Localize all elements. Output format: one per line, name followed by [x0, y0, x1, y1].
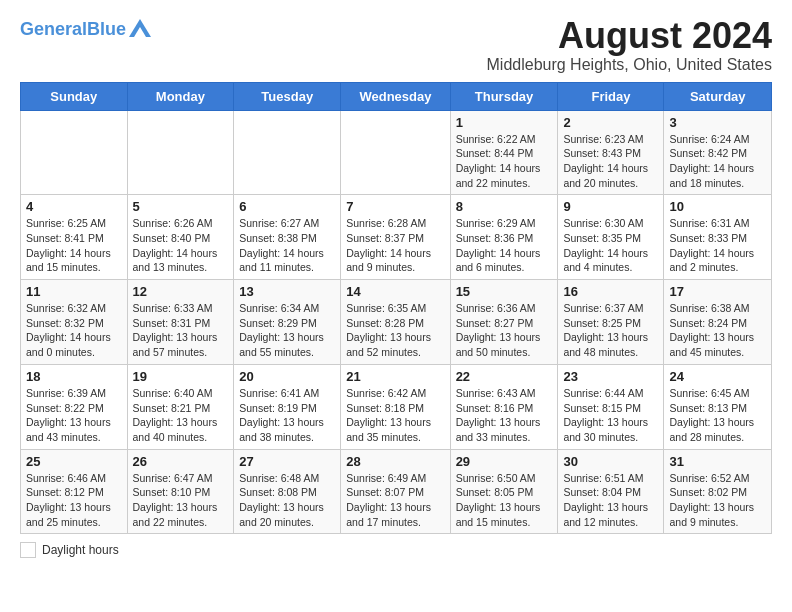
logo-wrapper: GeneralBlue [20, 16, 151, 38]
calendar-cell: 14Sunrise: 6:35 AMSunset: 8:28 PMDayligh… [341, 280, 450, 365]
header-sunday: Sunday [21, 82, 128, 110]
cell-info-text: Sunrise: 6:36 AMSunset: 8:27 PMDaylight:… [456, 301, 553, 360]
cell-info-text: Sunrise: 6:30 AMSunset: 8:35 PMDaylight:… [563, 216, 658, 275]
cell-date-number: 21 [346, 369, 444, 384]
header-thursday: Thursday [450, 82, 558, 110]
calendar-week-4: 18Sunrise: 6:39 AMSunset: 8:22 PMDayligh… [21, 364, 772, 449]
cell-date-number: 8 [456, 199, 553, 214]
cell-info-text: Sunrise: 6:41 AMSunset: 8:19 PMDaylight:… [239, 386, 335, 445]
daylight-label: Daylight hours [42, 543, 119, 557]
calendar-cell: 29Sunrise: 6:50 AMSunset: 8:05 PMDayligh… [450, 449, 558, 534]
cell-date-number: 9 [563, 199, 658, 214]
cell-date-number: 26 [133, 454, 229, 469]
calendar-cell: 3Sunrise: 6:24 AMSunset: 8:42 PMDaylight… [664, 110, 772, 195]
cell-date-number: 1 [456, 115, 553, 130]
cell-info-text: Sunrise: 6:26 AMSunset: 8:40 PMDaylight:… [133, 216, 229, 275]
cell-date-number: 13 [239, 284, 335, 299]
cell-date-number: 6 [239, 199, 335, 214]
calendar-cell [127, 110, 234, 195]
logo-blue: Blue [87, 19, 126, 39]
cell-date-number: 24 [669, 369, 766, 384]
cell-date-number: 5 [133, 199, 229, 214]
calendar-cell [234, 110, 341, 195]
daylight-legend-box [20, 542, 36, 558]
calendar-cell: 24Sunrise: 6:45 AMSunset: 8:13 PMDayligh… [664, 364, 772, 449]
header: GeneralBlue August 2024 Middleburg Heigh… [20, 16, 772, 74]
calendar-cell: 26Sunrise: 6:47 AMSunset: 8:10 PMDayligh… [127, 449, 234, 534]
title-area: August 2024 Middleburg Heights, Ohio, Un… [487, 16, 772, 74]
header-wednesday: Wednesday [341, 82, 450, 110]
cell-date-number: 7 [346, 199, 444, 214]
cell-info-text: Sunrise: 6:34 AMSunset: 8:29 PMDaylight:… [239, 301, 335, 360]
calendar-cell [341, 110, 450, 195]
calendar-cell: 4Sunrise: 6:25 AMSunset: 8:41 PMDaylight… [21, 195, 128, 280]
calendar-table: Sunday Monday Tuesday Wednesday Thursday… [20, 82, 772, 535]
cell-date-number: 17 [669, 284, 766, 299]
calendar-week-3: 11Sunrise: 6:32 AMSunset: 8:32 PMDayligh… [21, 280, 772, 365]
cell-info-text: Sunrise: 6:24 AMSunset: 8:42 PMDaylight:… [669, 132, 766, 191]
cell-info-text: Sunrise: 6:31 AMSunset: 8:33 PMDaylight:… [669, 216, 766, 275]
cell-date-number: 19 [133, 369, 229, 384]
cell-date-number: 27 [239, 454, 335, 469]
header-tuesday: Tuesday [234, 82, 341, 110]
page: GeneralBlue August 2024 Middleburg Heigh… [0, 0, 792, 568]
cell-info-text: Sunrise: 6:29 AMSunset: 8:36 PMDaylight:… [456, 216, 553, 275]
calendar-cell: 1Sunrise: 6:22 AMSunset: 8:44 PMDaylight… [450, 110, 558, 195]
cell-date-number: 15 [456, 284, 553, 299]
cell-info-text: Sunrise: 6:49 AMSunset: 8:07 PMDaylight:… [346, 471, 444, 530]
logo-icon [129, 19, 151, 37]
calendar-cell: 22Sunrise: 6:43 AMSunset: 8:16 PMDayligh… [450, 364, 558, 449]
cell-info-text: Sunrise: 6:52 AMSunset: 8:02 PMDaylight:… [669, 471, 766, 530]
cell-info-text: Sunrise: 6:25 AMSunset: 8:41 PMDaylight:… [26, 216, 122, 275]
cell-info-text: Sunrise: 6:40 AMSunset: 8:21 PMDaylight:… [133, 386, 229, 445]
calendar-cell: 20Sunrise: 6:41 AMSunset: 8:19 PMDayligh… [234, 364, 341, 449]
cell-date-number: 25 [26, 454, 122, 469]
cell-info-text: Sunrise: 6:50 AMSunset: 8:05 PMDaylight:… [456, 471, 553, 530]
calendar-cell: 9Sunrise: 6:30 AMSunset: 8:35 PMDaylight… [558, 195, 664, 280]
calendar-cell: 18Sunrise: 6:39 AMSunset: 8:22 PMDayligh… [21, 364, 128, 449]
cell-date-number: 12 [133, 284, 229, 299]
calendar-cell: 13Sunrise: 6:34 AMSunset: 8:29 PMDayligh… [234, 280, 341, 365]
calendar-cell: 15Sunrise: 6:36 AMSunset: 8:27 PMDayligh… [450, 280, 558, 365]
calendar-cell: 23Sunrise: 6:44 AMSunset: 8:15 PMDayligh… [558, 364, 664, 449]
calendar-cell: 16Sunrise: 6:37 AMSunset: 8:25 PMDayligh… [558, 280, 664, 365]
header-friday: Friday [558, 82, 664, 110]
cell-date-number: 31 [669, 454, 766, 469]
calendar-cell: 17Sunrise: 6:38 AMSunset: 8:24 PMDayligh… [664, 280, 772, 365]
logo-text: GeneralBlue [20, 20, 126, 38]
calendar-cell: 28Sunrise: 6:49 AMSunset: 8:07 PMDayligh… [341, 449, 450, 534]
calendar-cell: 21Sunrise: 6:42 AMSunset: 8:18 PMDayligh… [341, 364, 450, 449]
cell-date-number: 20 [239, 369, 335, 384]
cell-date-number: 29 [456, 454, 553, 469]
cell-date-number: 14 [346, 284, 444, 299]
calendar-cell: 30Sunrise: 6:51 AMSunset: 8:04 PMDayligh… [558, 449, 664, 534]
calendar-cell: 27Sunrise: 6:48 AMSunset: 8:08 PMDayligh… [234, 449, 341, 534]
calendar-cell: 10Sunrise: 6:31 AMSunset: 8:33 PMDayligh… [664, 195, 772, 280]
cell-info-text: Sunrise: 6:47 AMSunset: 8:10 PMDaylight:… [133, 471, 229, 530]
cell-info-text: Sunrise: 6:35 AMSunset: 8:28 PMDaylight:… [346, 301, 444, 360]
cell-info-text: Sunrise: 6:46 AMSunset: 8:12 PMDaylight:… [26, 471, 122, 530]
cell-info-text: Sunrise: 6:33 AMSunset: 8:31 PMDaylight:… [133, 301, 229, 360]
cell-date-number: 30 [563, 454, 658, 469]
calendar-cell [21, 110, 128, 195]
calendar-cell: 31Sunrise: 6:52 AMSunset: 8:02 PMDayligh… [664, 449, 772, 534]
cell-date-number: 16 [563, 284, 658, 299]
calendar-subtitle: Middleburg Heights, Ohio, United States [487, 56, 772, 74]
calendar-week-2: 4Sunrise: 6:25 AMSunset: 8:41 PMDaylight… [21, 195, 772, 280]
calendar-cell: 6Sunrise: 6:27 AMSunset: 8:38 PMDaylight… [234, 195, 341, 280]
cell-info-text: Sunrise: 6:39 AMSunset: 8:22 PMDaylight:… [26, 386, 122, 445]
cell-info-text: Sunrise: 6:38 AMSunset: 8:24 PMDaylight:… [669, 301, 766, 360]
cell-date-number: 23 [563, 369, 658, 384]
calendar-cell: 7Sunrise: 6:28 AMSunset: 8:37 PMDaylight… [341, 195, 450, 280]
calendar-cell: 12Sunrise: 6:33 AMSunset: 8:31 PMDayligh… [127, 280, 234, 365]
cell-date-number: 4 [26, 199, 122, 214]
cell-info-text: Sunrise: 6:42 AMSunset: 8:18 PMDaylight:… [346, 386, 444, 445]
cell-date-number: 22 [456, 369, 553, 384]
calendar-cell: 25Sunrise: 6:46 AMSunset: 8:12 PMDayligh… [21, 449, 128, 534]
calendar-header-row: Sunday Monday Tuesday Wednesday Thursday… [21, 82, 772, 110]
calendar-cell: 8Sunrise: 6:29 AMSunset: 8:36 PMDaylight… [450, 195, 558, 280]
calendar-cell: 11Sunrise: 6:32 AMSunset: 8:32 PMDayligh… [21, 280, 128, 365]
cell-info-text: Sunrise: 6:23 AMSunset: 8:43 PMDaylight:… [563, 132, 658, 191]
cell-info-text: Sunrise: 6:45 AMSunset: 8:13 PMDaylight:… [669, 386, 766, 445]
cell-info-text: Sunrise: 6:32 AMSunset: 8:32 PMDaylight:… [26, 301, 122, 360]
